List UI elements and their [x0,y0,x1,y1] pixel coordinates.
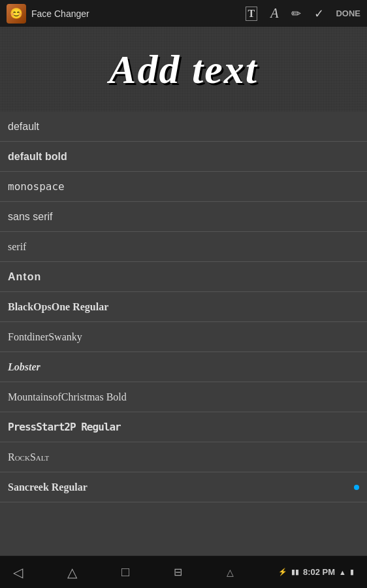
app-icon-emoji: 😊 [10,7,23,20]
font-label-mountains: MountainsofChristmas Bold [8,391,127,403]
preview-area: Add text [0,27,367,112]
home-nav-icon[interactable]: △ [67,564,77,580]
font-item-sans-serif[interactable]: sans serif [0,202,367,232]
grid-nav-icon[interactable]: ⊟ [174,566,182,578]
clock: 8:02 PM [303,567,335,577]
battery-icon: ▮ [350,568,354,576]
font-label-blackops: BlackOpsOne Regular [8,301,108,313]
font-label-fontdiner: FontdinerSwanky [8,331,82,343]
app-icon: 😊 [7,4,26,24]
font-item-serif[interactable]: serif [0,232,367,262]
font-item-default-bold[interactable]: default bold [0,142,367,172]
font-item-default[interactable]: default [0,112,367,142]
recent-apps-icon[interactable]: □ [121,564,129,580]
font-label-pressstart: PressStart2P Regular [8,421,121,433]
signal-bars: ▮▮ [291,568,299,576]
font-item-anton[interactable]: Anton [0,262,367,292]
font-item-rocksalt[interactable]: RockSalt [0,442,367,472]
font-label-sancreek: Sancreek Regular [8,482,88,493]
app-title: Face Changer [31,8,232,19]
selected-indicator [354,485,359,490]
font-label-rocksalt: RockSalt [8,451,49,463]
font-label-lobster: Lobster [8,361,40,373]
font-size-icon[interactable]: A [270,6,278,21]
font-item-monospace[interactable]: monospace [0,172,367,202]
top-bar: 😊 Face Changer T A ✏ ✓ DONE [0,0,367,27]
font-item-mountains[interactable]: MountainsofChristmas Bold [0,382,367,412]
font-item-pressstart[interactable]: PressStart2P Regular [0,412,367,442]
status-area: ⚡ ▮▮ 8:02 PM ▲ ▮ [278,567,354,577]
check-icon[interactable]: ✓ [314,7,324,21]
font-item-fontdiner[interactable]: FontdinerSwanky [0,322,367,352]
font-label-monospace: monospace [8,180,65,193]
pen-icon[interactable]: ✏ [291,7,301,21]
preview-text: Add text [109,46,258,93]
font-item-lobster[interactable]: Lobster [0,352,367,382]
up-nav-icon[interactable]: △ [227,567,234,578]
font-label-anton: Anton [8,271,41,283]
back-nav-icon[interactable]: ◁ [13,564,23,580]
wifi-icon: ▲ [339,568,346,576]
font-item-blackops[interactable]: BlackOpsOne Regular [0,292,367,322]
font-label-default-bold: default bold [8,151,67,163]
font-label-default: default [8,121,39,133]
text-format-icon[interactable]: T [246,7,258,21]
bottom-bar: ◁ △ □ ⊟ △ ⚡ ▮▮ 8:02 PM ▲ ▮ [0,555,367,588]
font-list: defaultdefault boldmonospacesans serifse… [0,112,367,555]
usb-icon: ⚡ [278,568,287,576]
done-button[interactable]: DONE [336,8,360,18]
font-item-sancreek[interactable]: Sancreek Regular [0,472,367,502]
font-label-serif: serif [8,241,26,253]
font-label-sans-serif: sans serif [8,211,52,223]
